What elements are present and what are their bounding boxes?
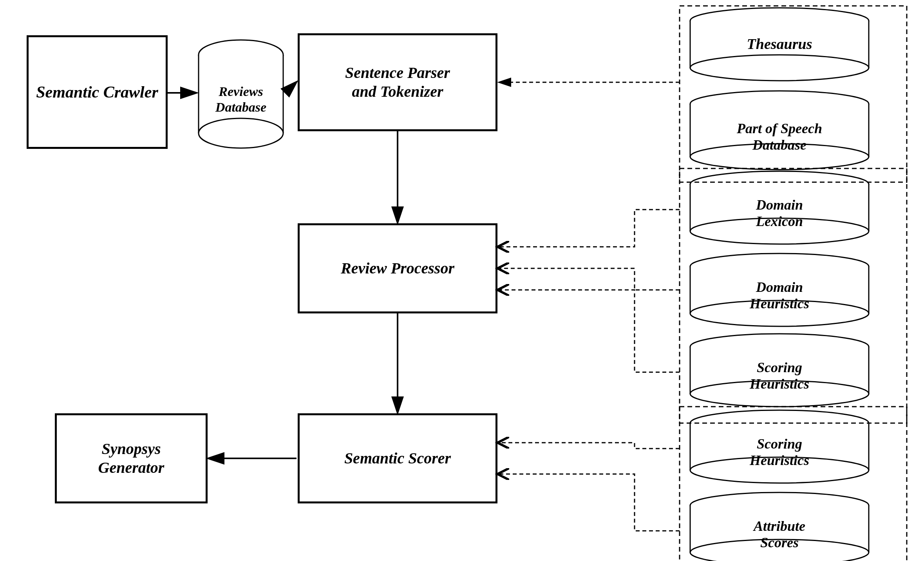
part-of-speech-cylinder: Part of Speech Database bbox=[685, 90, 873, 174]
synopsys-generator-label: SynopsysGenerator bbox=[98, 440, 165, 477]
scoring-heuristics-1-svg: Scoring Heuristics bbox=[685, 333, 873, 411]
semantic-scorer-box: Semantic Scorer bbox=[298, 413, 497, 503]
synopsys-generator-box: SynopsysGenerator bbox=[55, 413, 208, 503]
part-of-speech-svg: Part of Speech Database bbox=[685, 90, 873, 174]
reviews-database-svg: Reviews Database bbox=[196, 39, 286, 161]
svg-text:Domain: Domain bbox=[756, 197, 803, 213]
svg-point-11 bbox=[690, 55, 869, 81]
svg-text:Heuristics: Heuristics bbox=[749, 452, 809, 468]
domain-lexicon-svg: Domain Lexicon bbox=[685, 170, 873, 249]
svg-text:Database: Database bbox=[215, 100, 266, 114]
review-processor-label: Review Processor bbox=[341, 259, 454, 278]
semantic-scorer-label: Semantic Scorer bbox=[344, 449, 451, 468]
semantic-crawler-box: Semantic Crawler bbox=[27, 35, 168, 149]
svg-text:Domain: Domain bbox=[756, 279, 803, 295]
svg-text:Lexicon: Lexicon bbox=[756, 214, 803, 229]
attribute-scores-cylinder: Attribute Scores bbox=[685, 492, 873, 561]
attribute-scores-svg: Attribute Scores bbox=[685, 492, 873, 561]
svg-point-4 bbox=[199, 118, 283, 148]
scoring-heuristics-2-cylinder: Scoring Heuristics bbox=[685, 409, 873, 488]
svg-text:Scores: Scores bbox=[760, 535, 799, 550]
svg-text:Attribute: Attribute bbox=[753, 518, 805, 534]
svg-text:Heuristics: Heuristics bbox=[749, 376, 809, 392]
reviews-database-cylinder: Reviews Database bbox=[196, 39, 286, 157]
scoring-heuristics-1-cylinder: Scoring Heuristics bbox=[685, 333, 873, 411]
svg-text:Database: Database bbox=[752, 137, 806, 153]
sentence-parser-label: Sentence Parserand Tokenizer bbox=[345, 63, 450, 101]
thesaurus-cylinder: Thesaurus bbox=[685, 7, 873, 85]
scoring-heuristics-2-svg: Scoring Heuristics bbox=[685, 409, 873, 488]
svg-text:Part of Speech: Part of Speech bbox=[736, 121, 822, 136]
svg-text:Scoring: Scoring bbox=[757, 436, 802, 452]
domain-lexicon-cylinder: Domain Lexicon bbox=[685, 170, 873, 249]
domain-heuristics-cylinder: Domain Heuristics bbox=[685, 253, 873, 331]
svg-text:Thesaurus: Thesaurus bbox=[747, 36, 812, 52]
svg-text:Scoring: Scoring bbox=[757, 360, 802, 375]
thesaurus-svg: Thesaurus bbox=[685, 7, 873, 85]
svg-line-57 bbox=[285, 82, 296, 93]
sentence-parser-box: Sentence Parserand Tokenizer bbox=[298, 33, 497, 131]
svg-text:Reviews: Reviews bbox=[218, 84, 263, 99]
diagram: Semantic Crawler Reviews Database Senten… bbox=[0, 0, 924, 561]
semantic-crawler-label: Semantic Crawler bbox=[36, 82, 158, 102]
domain-heuristics-svg: Domain Heuristics bbox=[685, 253, 873, 331]
svg-text:Heuristics: Heuristics bbox=[749, 296, 809, 311]
review-processor-box: Review Processor bbox=[298, 223, 497, 313]
